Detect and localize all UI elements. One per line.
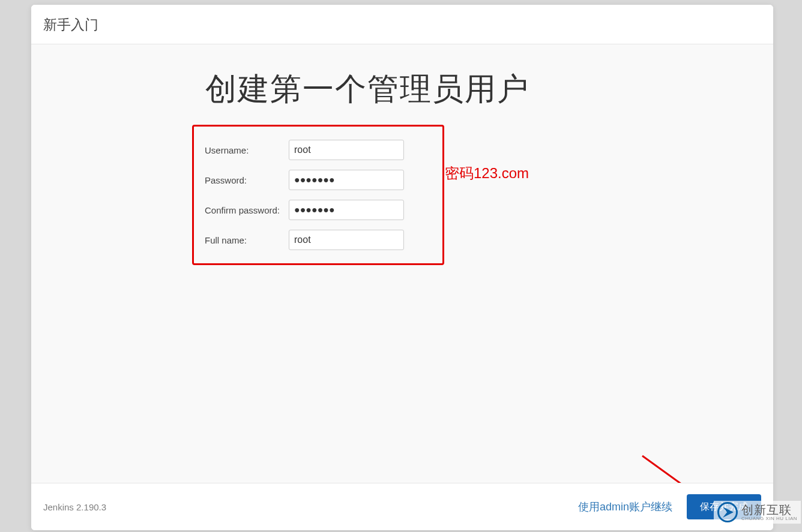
row-fullname: Full name: (194, 225, 442, 255)
modal-body: 创建第一个管理员用户 Username: Password: Confirm p… (31, 44, 773, 483)
modal-header-title: 新手入门 (43, 16, 761, 34)
content-wrap: 创建第一个管理员用户 Username: Password: Confirm p… (126, 68, 678, 265)
row-username: Username: (194, 135, 442, 165)
watermark: 创新互联 CHUANG XIN HU LIAN (714, 501, 801, 524)
modal-footer: Jenkins 2.190.3 使用admin账户继续 保存并完成 (31, 483, 773, 530)
password-hint-annotation: 密码123.com (445, 164, 529, 183)
input-confirm-password[interactable] (289, 200, 404, 220)
label-confirm-password: Confirm password: (205, 205, 289, 215)
watermark-text: 创新互联 CHUANG XIN HU LIAN (741, 504, 797, 521)
watermark-logo-icon (717, 502, 738, 522)
row-password: Password: (194, 165, 442, 195)
admin-user-form: Username: Password: Confirm password: Fu… (192, 125, 444, 265)
row-confirm-password: Confirm password: (194, 195, 442, 225)
watermark-en: CHUANG XIN HU LIAN (741, 516, 797, 521)
page-title: 创建第一个管理员用户 (205, 68, 678, 110)
version-label: Jenkins 2.190.3 (43, 502, 106, 512)
input-password[interactable] (289, 170, 404, 190)
setup-wizard-modal: 新手入门 创建第一个管理员用户 Username: Password: Conf… (31, 5, 773, 530)
svg-line-1 (642, 456, 742, 483)
watermark-cn: 创新互联 (741, 504, 797, 516)
modal-header: 新手入门 (31, 5, 773, 44)
input-fullname[interactable] (289, 230, 404, 250)
label-password: Password: (205, 175, 289, 185)
label-username: Username: (205, 145, 289, 155)
continue-as-admin-link[interactable]: 使用admin账户继续 (578, 500, 672, 514)
arrow-annotation-icon (639, 452, 759, 483)
label-fullname: Full name: (205, 235, 289, 245)
input-username[interactable] (289, 140, 404, 160)
